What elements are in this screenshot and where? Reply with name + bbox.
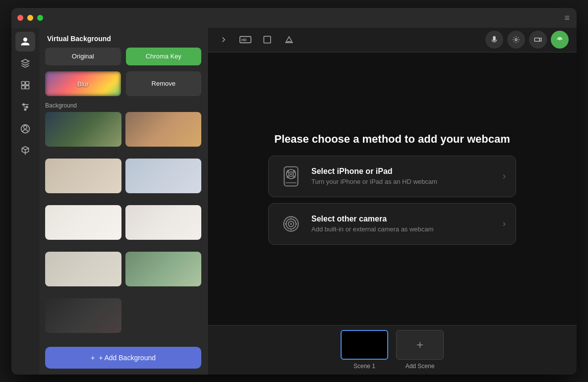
iphone-option-desc: Turn your iPhone or iPad as an HD webcam (311, 178, 495, 185)
sidebar-avatar-icon[interactable] (15, 119, 35, 139)
original-filter-button[interactable]: Original (45, 48, 121, 65)
scene-bar: Scene 1 + Add Scene (208, 325, 577, 375)
sidebar-filter-icon[interactable] (15, 97, 35, 117)
remove-label: Remove (152, 80, 176, 87)
method-options: Select iPhone or iPad Turn your iPhone o… (268, 156, 516, 245)
add-background-button[interactable]: + + Add Background (45, 347, 201, 369)
svg-rect-17 (264, 36, 271, 43)
titlebar: ≡ (11, 8, 577, 28)
svg-point-33 (290, 223, 292, 225)
sidebar-person-icon[interactable] (15, 32, 35, 52)
svg-point-20 (559, 39, 561, 41)
toolbar-arrow-icon[interactable] (216, 32, 232, 48)
minimize-button[interactable] (27, 15, 33, 21)
background-thumb-6[interactable] (125, 205, 202, 240)
blur-label: Blur (77, 80, 89, 87)
background-grid (39, 112, 207, 341)
add-scene-item[interactable]: + Add Scene (396, 330, 444, 370)
svg-point-7 (23, 104, 24, 105)
main-toolbar: HD (208, 28, 577, 53)
svg-line-13 (22, 148, 25, 150)
svg-point-18 (515, 39, 517, 41)
toolbar-shape-icon[interactable] (281, 32, 297, 48)
toolbar-crop-icon[interactable] (259, 32, 275, 48)
iphone-option-chevron: › (503, 171, 506, 181)
blur-filter-button[interactable]: Blur (45, 71, 121, 96)
traffic-lights (17, 15, 43, 21)
main-content: Virtual Background Original Chroma Key B… (11, 28, 577, 375)
svg-line-14 (25, 148, 29, 150)
add-scene-label: Add Scene (406, 363, 435, 370)
other-camera-option-chevron: › (503, 218, 506, 229)
background-thumb-7[interactable] (45, 252, 121, 286)
background-thumb-9[interactable] (45, 298, 121, 333)
app-window: ≡ (11, 8, 577, 375)
background-thumb-1[interactable] (45, 112, 121, 147)
choose-method-title: Please choose a method to add your webca… (274, 133, 510, 146)
mic-control-button[interactable] (485, 31, 503, 49)
background-thumb-8[interactable] (125, 252, 202, 286)
svg-point-9 (24, 109, 26, 110)
svg-point-8 (26, 106, 28, 108)
sidebar-ar-icon[interactable] (15, 141, 35, 161)
main-area: HD (208, 28, 577, 375)
video-control-button[interactable] (529, 31, 547, 49)
menu-icon[interactable]: ≡ (564, 12, 570, 23)
add-background-label: + Add Background (99, 354, 156, 362)
filter-row-1: Original Chroma Key (39, 48, 207, 69)
add-background-plus-icon: + (91, 354, 95, 362)
preview-area: Please choose a method to add your webca… (208, 53, 577, 325)
scene-1-item[interactable]: Scene 1 (341, 330, 388, 370)
maximize-button[interactable] (37, 15, 43, 21)
scene-1-thumb (341, 330, 388, 360)
background-thumb-3[interactable] (45, 159, 121, 193)
svg-rect-3 (26, 85, 29, 89)
filter-row-2: Blur Remove (39, 69, 207, 100)
add-scene-thumb: + (396, 330, 444, 360)
svg-text:HD: HD (241, 38, 246, 42)
toolbar-hd-icon[interactable]: HD (237, 32, 253, 48)
other-camera-option-name: Select other camera (311, 215, 495, 223)
add-scene-plus-icon: + (416, 338, 423, 352)
panel-header: Virtual Background (39, 28, 207, 48)
chroma-key-filter-button[interactable]: Chroma Key (126, 48, 202, 65)
other-camera-option-desc: Add built-in or external camera as webca… (311, 225, 495, 233)
iphone-icon (279, 164, 303, 189)
camera-icon (279, 212, 303, 236)
broadcast-control-button[interactable] (551, 31, 569, 49)
svg-rect-19 (534, 38, 539, 42)
svg-point-24 (290, 173, 292, 175)
camera-control-button[interactable] (507, 31, 525, 49)
icon-sidebar (11, 28, 39, 375)
sidebar-style-icon[interactable] (15, 75, 35, 95)
top-right-controls (485, 31, 569, 49)
iphone-option-name: Select iPhone or iPad (311, 167, 495, 176)
background-section-label: Background (39, 100, 207, 112)
iphone-ipad-option[interactable]: Select iPhone or iPad Turn your iPhone o… (268, 156, 516, 197)
background-thumb-4[interactable] (125, 159, 202, 193)
svg-rect-1 (26, 81, 29, 85)
background-thumb-2[interactable] (125, 112, 202, 147)
close-button[interactable] (17, 15, 23, 21)
scene-1-label: Scene 1 (353, 363, 375, 370)
panel-sidebar: Virtual Background Original Chroma Key B… (39, 28, 208, 375)
remove-filter-button[interactable]: Remove (126, 71, 202, 96)
svg-rect-0 (22, 81, 25, 85)
sidebar-layers-icon[interactable] (15, 54, 35, 73)
background-thumb-5[interactable] (45, 205, 121, 240)
other-camera-option[interactable]: Select other camera Add built-in or exte… (268, 203, 516, 245)
svg-point-10 (24, 125, 27, 129)
iphone-option-text: Select iPhone or iPad Turn your iPhone o… (311, 167, 495, 185)
panel-title: Virtual Background (47, 35, 111, 43)
other-camera-option-text: Select other camera Add built-in or exte… (311, 215, 495, 233)
svg-rect-2 (22, 85, 25, 89)
